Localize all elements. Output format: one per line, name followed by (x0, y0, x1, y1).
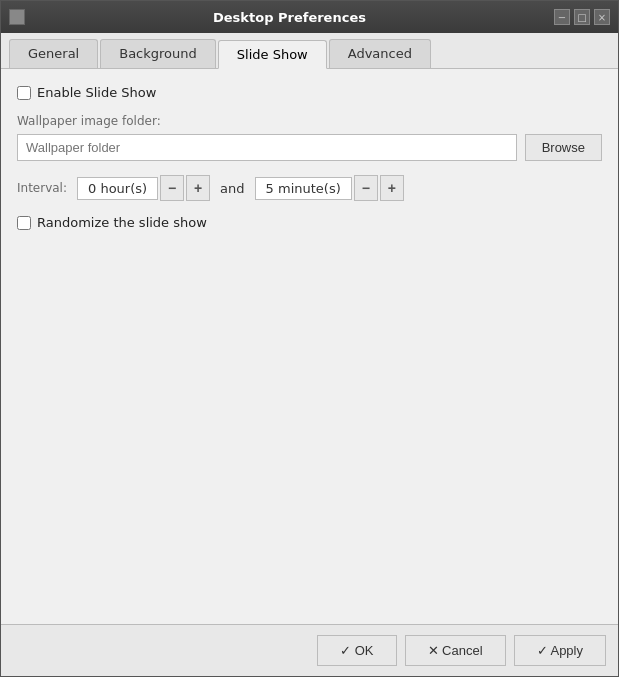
hours-minus-button[interactable]: − (160, 175, 184, 201)
folder-label: Wallpaper image folder: (17, 114, 602, 128)
interval-label: Interval: (17, 181, 67, 195)
hours-plus-button[interactable]: + (186, 175, 210, 201)
tab-advanced-label: Advanced (348, 46, 412, 61)
minutes-control: 5 minute(s) − + (255, 175, 404, 201)
minutes-minus-button[interactable]: − (354, 175, 378, 201)
tab-slideshow[interactable]: Slide Show (218, 40, 327, 69)
tab-background-label: Background (119, 46, 197, 61)
window-title: Desktop Preferences (25, 10, 554, 25)
hours-control: 0 hour(s) − + (77, 175, 210, 201)
restore-button[interactable]: □ (574, 9, 590, 25)
randomize-label: Randomize the slide show (37, 215, 207, 230)
tab-general-label: General (28, 46, 79, 61)
enable-slideshow-label: Enable Slide Show (37, 85, 156, 100)
apply-button[interactable]: ✓ Apply (514, 635, 606, 666)
tab-advanced[interactable]: Advanced (329, 39, 431, 68)
content-area: Enable Slide Show Wallpaper image folder… (1, 69, 618, 624)
title-bar-left (9, 9, 25, 25)
minutes-plus-button[interactable]: + (380, 175, 404, 201)
folder-input[interactable] (17, 134, 517, 161)
tab-slideshow-label: Slide Show (237, 47, 308, 62)
bottom-bar: ✓ OK ✕ Cancel ✓ Apply (1, 624, 618, 676)
desktop-preferences-window: Desktop Preferences − □ × General Backgr… (0, 0, 619, 677)
ok-button[interactable]: ✓ OK (317, 635, 396, 666)
randomize-checkbox[interactable] (17, 216, 31, 230)
folder-row: Browse (17, 134, 602, 161)
tab-general[interactable]: General (9, 39, 98, 68)
tabs-bar: General Background Slide Show Advanced (1, 33, 618, 69)
randomize-row: Randomize the slide show (17, 215, 602, 230)
hours-value: 0 hour(s) (77, 177, 158, 200)
title-bar: Desktop Preferences − □ × (1, 1, 618, 33)
enable-slideshow-checkbox[interactable] (17, 86, 31, 100)
cancel-button[interactable]: ✕ Cancel (405, 635, 506, 666)
tab-background[interactable]: Background (100, 39, 216, 68)
minimize-button[interactable]: − (554, 9, 570, 25)
and-label: and (220, 181, 244, 196)
minutes-value: 5 minute(s) (255, 177, 352, 200)
close-button[interactable]: × (594, 9, 610, 25)
desktop-icon (9, 9, 25, 25)
browse-button[interactable]: Browse (525, 134, 602, 161)
title-bar-controls: − □ × (554, 9, 610, 25)
interval-row: Interval: 0 hour(s) − + and 5 minute(s) … (17, 175, 602, 201)
enable-slideshow-row: Enable Slide Show (17, 85, 602, 100)
